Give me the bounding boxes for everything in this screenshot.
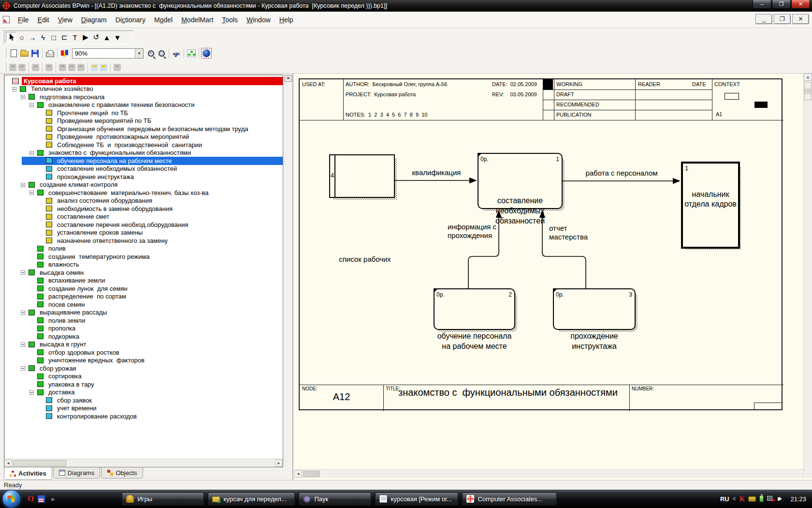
- tree-item[interactable]: Тепличное хозяйство: [4, 85, 283, 93]
- child-restore-button[interactable]: ❐: [774, 14, 791, 24]
- collapse-icon[interactable]: [12, 87, 16, 91]
- child-minimize-button[interactable]: _: [755, 14, 772, 24]
- scroll-left-icon[interactable]: ◄: [4, 460, 12, 467]
- tree-root-item[interactable]: Курсовая работа: [4, 77, 283, 85]
- tree-item[interactable]: посев семян: [4, 300, 283, 309]
- tree-item[interactable]: Прочтение леций по ТБ: [4, 109, 283, 117]
- model-explorer-button[interactable]: [186, 48, 197, 59]
- zoom-combobox[interactable]: 90% ▼: [72, 48, 144, 59]
- activity-box-main[interactable]: 0р. 1 составление необходимых обязанност…: [478, 153, 563, 209]
- collapse-icon[interactable]: [21, 270, 25, 275]
- menu-item-file[interactable]: File: [14, 14, 33, 26]
- collapse-icon[interactable]: [29, 390, 34, 395]
- tab-diagrams[interactable]: Diagrams: [53, 467, 101, 478]
- modelmart-button[interactable]: [201, 48, 212, 59]
- diagram-horizontal-scrollbar[interactable]: ◄: [294, 469, 803, 478]
- tree-item[interactable]: влажность: [4, 261, 283, 269]
- menu-item-tools[interactable]: Tools: [218, 14, 242, 26]
- close-button[interactable]: ✕: [791, 0, 810, 9]
- activity-box-briefing[interactable]: 0р. 3 прохождение инструктажа: [553, 288, 636, 330]
- pointer-tool[interactable]: [6, 32, 16, 43]
- child-window-icon[interactable]: [3, 16, 10, 23]
- tree-item[interactable]: контролирование расходов: [4, 412, 283, 420]
- menu-item-model[interactable]: Model: [150, 14, 177, 26]
- tree-item[interactable]: Проведение мероприятий по ТБ: [4, 117, 283, 125]
- child-close-button[interactable]: ✕: [792, 14, 809, 24]
- idef0-sheet[interactable]: USED AT: AUTHOR: Бескровный Олег, группа…: [299, 78, 783, 410]
- tree-item[interactable]: отбор здоровых ростков: [4, 348, 283, 357]
- floppy-icon[interactable]: [38, 495, 45, 503]
- diagram-vertical-scrollbar[interactable]: ▲: [803, 74, 812, 478]
- clock[interactable]: 21:23: [790, 495, 806, 503]
- tree-item[interactable]: упаковка в тару: [4, 380, 283, 388]
- chevron-down-icon[interactable]: ▼: [135, 49, 143, 58]
- taskbar-button-3[interactable]: Паук: [299, 493, 371, 506]
- collapse-icon[interactable]: [29, 151, 34, 155]
- text-tool[interactable]: T: [70, 32, 80, 43]
- open-file-button[interactable]: [19, 48, 29, 59]
- scroll-left-icon[interactable]: ◄: [294, 470, 302, 478]
- tree-item[interactable]: совершенствование материально-технич. ба…: [4, 189, 283, 197]
- scroll-up-icon[interactable]: ▲: [804, 74, 812, 81]
- menu-item-view[interactable]: View: [54, 14, 77, 26]
- restore-button[interactable]: ❐: [772, 0, 791, 9]
- redo-tool[interactable]: ↺: [91, 32, 102, 43]
- quick-launch-chevron[interactable]: »: [51, 495, 54, 503]
- scrollbar-thumb[interactable]: [13, 460, 66, 466]
- tree-item[interactable]: прополка: [4, 325, 283, 333]
- spell-check-button[interactable]: ABC: [171, 48, 182, 59]
- collapse-icon[interactable]: [29, 191, 34, 195]
- tree-horizontal-scrollbar[interactable]: ◄ ►: [4, 459, 283, 467]
- tree-item[interactable]: полив земли: [4, 316, 283, 325]
- language-indicator[interactable]: RU: [720, 495, 729, 503]
- tree-item[interactable]: вспахивание земли: [4, 277, 283, 285]
- tree-item[interactable]: обучение персонала на рабочем месте: [4, 157, 283, 165]
- scrollbar-thumb[interactable]: [303, 471, 319, 477]
- squiggle-tool[interactable]: ϟ: [38, 32, 48, 43]
- toolbar-gripper[interactable]: [5, 48, 6, 59]
- ellipse-tool[interactable]: ○: [16, 32, 27, 43]
- tray-chevron-icon[interactable]: <: [733, 495, 736, 502]
- menu-item-help[interactable]: Help: [275, 14, 298, 26]
- tree-item[interactable]: составление необходимых обязанностей: [4, 165, 283, 173]
- kaspersky-icon[interactable]: K: [740, 495, 745, 503]
- tree-item[interactable]: сбор заявок: [4, 396, 283, 404]
- tree-item[interactable]: сортировка: [4, 373, 283, 381]
- new-file-button[interactable]: [8, 48, 19, 59]
- tree-item[interactable]: Организация обучения передовым и безопас…: [4, 125, 283, 133]
- arrow-skill-report[interactable]: [542, 211, 586, 288]
- collapse-icon[interactable]: [29, 103, 34, 107]
- tree-item[interactable]: прохождение инструктажа: [4, 173, 283, 181]
- taskbar-button-2[interactable]: курсач для передел...: [208, 493, 295, 506]
- collapse-icon[interactable]: [21, 95, 25, 99]
- save-button[interactable]: [29, 48, 40, 59]
- tree-item[interactable]: Соблюдение ТБ и производственной санитар…: [4, 141, 283, 149]
- tree-item[interactable]: распределение по сортам: [4, 293, 283, 301]
- tree-item[interactable]: создание климат-контроля: [4, 181, 283, 189]
- tree-item[interactable]: Проведение противопожарных мероприятий: [4, 133, 283, 141]
- arrow-tool[interactable]: →: [27, 32, 38, 43]
- tree-item[interactable]: подкормка: [4, 332, 283, 341]
- tree-item[interactable]: составление смет: [4, 213, 283, 221]
- taskbar-button-5[interactable]: Computer Associates...: [462, 493, 557, 506]
- tree-item[interactable]: полив: [4, 245, 283, 253]
- tree-item[interactable]: необходимость в замене оборудования: [4, 205, 283, 213]
- taskbar-button-4[interactable]: курсовая [Режим ог...: [375, 493, 458, 506]
- tree-item[interactable]: ознакомление с правилами техники безопас…: [4, 101, 283, 109]
- activity-box-tool[interactable]: □: [48, 32, 59, 43]
- external-box-worker-list[interactable]: 4 список рабочих: [329, 154, 395, 198]
- external-box-hr-chief[interactable]: 1 начальник отдела кадров: [681, 162, 740, 249]
- collapse-icon[interactable]: [21, 366, 25, 371]
- tree-item[interactable]: учет времени: [4, 404, 283, 413]
- drill-down-tool[interactable]: ▶: [80, 32, 91, 43]
- tree-item[interactable]: составление перечня необход.оборудования: [4, 221, 283, 229]
- activity-box-training[interactable]: 0р. 2 обучение персонала на рабочем мест…: [434, 288, 515, 330]
- tree-item[interactable]: создание лунок для семян: [4, 284, 283, 293]
- scrollbar-thumb[interactable]: [804, 82, 812, 100]
- collapse-icon[interactable]: [21, 183, 25, 187]
- keyboard-icon[interactable]: [748, 496, 756, 502]
- menu-item-dictionary[interactable]: Dictionary: [111, 14, 150, 26]
- minimize-button[interactable]: –: [753, 0, 771, 9]
- menu-item-edit[interactable]: Edit: [33, 14, 54, 26]
- zoom-in-button[interactable]: [145, 48, 156, 59]
